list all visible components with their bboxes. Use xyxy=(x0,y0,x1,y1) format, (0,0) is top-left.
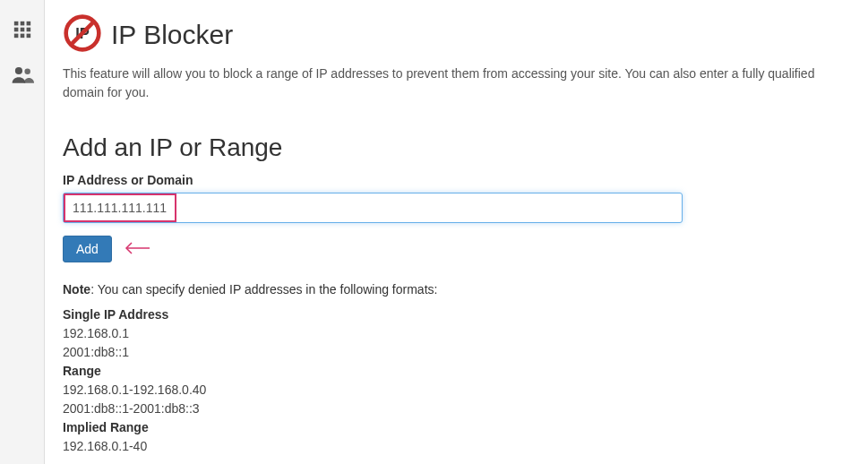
add-button[interactable]: Add xyxy=(63,236,112,262)
ip-blocker-icon: IP xyxy=(63,13,102,56)
button-row: Add xyxy=(63,236,850,262)
formats-implied: Implied Range 192.168.0.1-40 xyxy=(63,418,850,456)
svg-rect-0 xyxy=(13,21,18,26)
intro-text: This feature will allow you to block a r… xyxy=(63,64,850,102)
grid-icon[interactable] xyxy=(0,7,45,52)
main-content: IP IP Blocker This feature will allow yo… xyxy=(45,0,868,464)
annotation-arrow-icon xyxy=(123,241,151,258)
formats-range: Range 192.168.0.1-192.168.0.40 2001:db8:… xyxy=(63,362,850,418)
svg-rect-4 xyxy=(20,28,24,32)
svg-point-9 xyxy=(14,67,21,74)
users-icon[interactable] xyxy=(0,52,45,97)
svg-rect-6 xyxy=(13,34,18,39)
svg-rect-5 xyxy=(26,28,30,32)
format-example: 192.168.0.1-40 xyxy=(63,437,850,456)
svg-rect-7 xyxy=(20,34,24,39)
format-example: 2001:db8::1 xyxy=(63,343,850,362)
svg-point-10 xyxy=(24,69,30,75)
page-header: IP IP Blocker xyxy=(63,13,850,56)
svg-rect-8 xyxy=(26,34,30,39)
note-prefix: Note xyxy=(63,282,90,296)
format-example: 2001:db8::1-2001:db8::3 xyxy=(63,400,850,418)
left-sidebar xyxy=(0,0,45,464)
section-title: Add an IP or Range xyxy=(63,133,850,162)
format-title: Single IP Address xyxy=(63,305,850,324)
ip-input-label: IP Address or Domain xyxy=(63,173,850,187)
page-title: IP Blocker xyxy=(111,20,233,50)
ip-input-wrap xyxy=(63,193,683,223)
note-line: Note: You can specify denied IP addresse… xyxy=(63,282,850,296)
svg-rect-2 xyxy=(26,21,30,26)
formats-single: Single IP Address 192.168.0.1 2001:db8::… xyxy=(63,305,850,362)
format-example: 192.168.0.1-192.168.0.40 xyxy=(63,381,850,400)
format-title: Range xyxy=(63,362,850,381)
note-text: : You can specify denied IP addresses in… xyxy=(90,282,437,296)
ip-input[interactable] xyxy=(63,193,683,223)
format-example: 192.168.0.1 xyxy=(63,324,850,343)
format-title: Implied Range xyxy=(63,418,850,437)
svg-rect-3 xyxy=(13,28,18,32)
svg-rect-1 xyxy=(20,21,24,26)
